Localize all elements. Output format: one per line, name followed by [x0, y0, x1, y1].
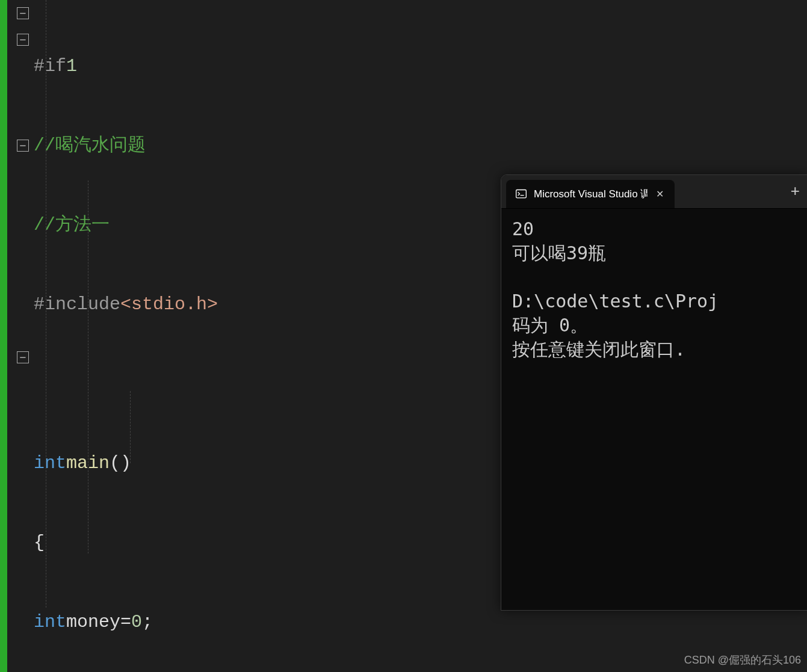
console-tab-title: Microsoft Visual Studio 调试 [534, 187, 648, 201]
new-tab-button[interactable]: + [783, 175, 807, 208]
fold-toggle[interactable]: − [17, 7, 29, 19]
indent-guide [46, 0, 46, 608]
console-output[interactable]: 20 可以喝39瓶 D:\code\test.c\Proj 码为 0。 按任意键… [501, 209, 807, 370]
preproc: #include [34, 291, 120, 318]
semi: ; [142, 609, 153, 635]
type: int [34, 609, 66, 635]
output-line: D:\code\test.c\Proj [512, 291, 719, 312]
watermark: CSDN @倔强的石头106 [684, 653, 801, 667]
fold-toggle[interactable]: − [17, 140, 29, 152]
ident: money [66, 609, 120, 635]
comment: //喝汽水问题 [34, 132, 146, 159]
svg-rect-0 [516, 190, 527, 197]
type: int [34, 450, 66, 476]
op: = [120, 609, 131, 635]
output-line: 20 [512, 218, 534, 239]
brace: { [34, 529, 45, 556]
output-line: 按任意键关闭此窗口. [512, 339, 685, 360]
output-line: 码为 0。 [512, 315, 588, 336]
comment: //方法一 [34, 212, 110, 238]
fold-gutter: − − − − [7, 0, 34, 672]
fold-toggle[interactable]: − [17, 351, 29, 363]
debug-console-window[interactable]: Microsoft Visual Studio 调试 ✕ + 20 可以喝39瓶… [501, 174, 807, 611]
preproc: #if [34, 53, 66, 79]
terminal-icon [515, 188, 528, 201]
console-tab[interactable]: Microsoft Visual Studio 调试 ✕ [506, 180, 675, 208]
modification-indicator [0, 0, 7, 672]
indent-guide [130, 391, 131, 463]
header: <stdio.h> [120, 291, 218, 318]
number: 1 [66, 53, 77, 79]
number: 0 [131, 609, 142, 635]
indent-guide [88, 180, 88, 553]
close-icon[interactable]: ✕ [654, 186, 666, 202]
console-titlebar[interactable]: Microsoft Visual Studio 调试 ✕ + [501, 175, 807, 209]
paren: () [110, 450, 131, 476]
output-line: 可以喝39瓶 [512, 242, 606, 264]
fold-toggle[interactable]: − [17, 34, 29, 46]
